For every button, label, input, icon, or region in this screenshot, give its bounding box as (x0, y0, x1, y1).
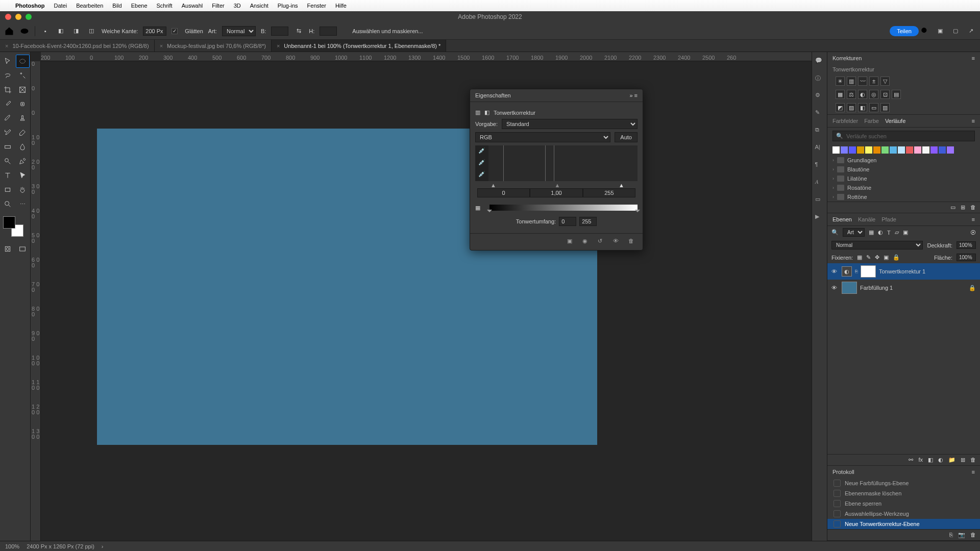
link-icon[interactable]: ⎘ (855, 269, 857, 274)
dodge-tool-icon[interactable] (1, 155, 15, 168)
close-tab-icon[interactable]: × (160, 43, 163, 49)
visibility-icon[interactable]: 👁 (613, 238, 623, 246)
quickmask-icon[interactable] (1, 242, 15, 256)
history-state[interactable]: Neue Tonwertkorrektur-Ebene (827, 519, 980, 529)
lasso-tool-icon[interactable] (1, 69, 15, 82)
gray-handle-icon[interactable]: ▲ (555, 182, 560, 188)
document-tab[interactable]: ×Unbenannt-1 bei 100% (Tonwertkorrektur … (272, 40, 446, 52)
traffic-lights[interactable] (0, 14, 32, 20)
brightness-icon[interactable]: ☀ (836, 77, 845, 86)
brush-tool-icon[interactable] (1, 112, 15, 125)
snapshot-from-state-icon[interactable]: ⎘ (949, 532, 953, 538)
filter-smart-icon[interactable]: ▣ (903, 229, 908, 236)
new-group-icon[interactable]: ⊞ (961, 204, 965, 211)
delete-layer-icon[interactable]: 🗑 (970, 457, 976, 463)
black-handle-icon[interactable]: ▲ (491, 182, 496, 188)
photofilter-adj-icon[interactable]: ◎ (869, 90, 878, 99)
menu-fenster[interactable]: Fenster (307, 3, 326, 9)
new-snapshot-icon[interactable]: 📷 (958, 532, 965, 538)
colorlookup-adj-icon[interactable]: ▤ (892, 90, 901, 99)
adjustment-layer-icon[interactable]: ◐ (938, 457, 943, 463)
visibility-icon[interactable]: 👁 (831, 268, 839, 274)
document-tab[interactable]: ×10-Facebook-Event-2400x1260.psd bei 120… (0, 40, 155, 52)
panel-menu-icon[interactable]: ≡ (972, 469, 975, 475)
gradient-preset[interactable] (849, 146, 856, 154)
subtract-selection-icon[interactable]: ◨ (71, 26, 81, 36)
history-brush-tool-icon[interactable] (1, 126, 15, 139)
gradient-preset[interactable] (873, 146, 880, 154)
marquee-tool-icon[interactable] (16, 55, 30, 68)
export-icon[interactable]: ↗ (966, 26, 976, 36)
current-tool-icon[interactable] (19, 26, 30, 36)
paragraph-icon[interactable]: ¶ (815, 161, 824, 170)
panel-menu-icon[interactable]: » ≡ (629, 92, 638, 98)
channel-select[interactable]: RGB (475, 132, 610, 142)
histogram[interactable]: 💉 💉 💉 (475, 145, 638, 181)
gradient-preset[interactable] (930, 146, 938, 154)
history-state[interactable]: Ebene sperren (827, 498, 980, 509)
more-tools-icon[interactable]: ⋯ (16, 197, 30, 211)
link-layers-icon[interactable]: ⚯ (909, 457, 913, 463)
add-selection-icon[interactable]: ◧ (56, 26, 66, 36)
doc-info-flyout-icon[interactable]: › (102, 543, 104, 549)
adjustments-icon[interactable]: ⚙ (815, 92, 824, 101)
layer-row[interactable]: 👁 Farbfüllung 1 🔒 (827, 280, 980, 296)
ruler-horizontal[interactable]: 2001000100200300400500600700800900100011… (41, 52, 827, 61)
lock-pos-icon[interactable]: ✥ (875, 254, 879, 261)
healing-tool-icon[interactable] (16, 97, 30, 111)
tab-verlaeufe[interactable]: Verläufe (885, 118, 905, 124)
hand-tool-icon[interactable] (16, 183, 30, 196)
filter-type-icon[interactable]: T (887, 230, 891, 236)
layer-name[interactable]: Tonwertkorrektur 1 (879, 268, 925, 274)
filter-type-select[interactable]: Art (843, 228, 865, 237)
glyphs-icon[interactable]: 𝐴 (815, 179, 824, 188)
home-icon[interactable] (4, 26, 14, 36)
ruler-vertical[interactable]: 0001 0 02 0 03 0 04 0 05 0 06 0 07 0 08 … (31, 61, 41, 541)
history-state[interactable]: Neue Farbfüllungs-Ebene (827, 478, 980, 488)
gradient-preset[interactable] (832, 146, 840, 154)
tab-ebenen[interactable]: Ebenen (832, 216, 852, 222)
group-icon[interactable]: 📁 (948, 457, 955, 463)
white-input[interactable] (583, 188, 635, 197)
panel-menu-icon[interactable]: ≡ (972, 216, 975, 222)
fx-icon[interactable]: fx (918, 457, 923, 463)
gradient-preset[interactable] (939, 146, 946, 154)
menu-plugins[interactable]: Plug-ins (278, 3, 298, 9)
panel-menu-icon[interactable]: ≡ (972, 55, 975, 61)
gradient-preset[interactable] (865, 146, 872, 154)
adjustment-thumb-icon[interactable]: ◐ (842, 266, 852, 277)
gradient-preset[interactable] (914, 146, 921, 154)
menu-datei[interactable]: Datei (54, 3, 67, 9)
history-state[interactable]: Auswahlellipse-Werkzeug (827, 509, 980, 519)
mask-icon[interactable]: ◧ (484, 109, 489, 116)
folder-item[interactable]: ›Lilatöne (827, 174, 980, 183)
filter-adjust-icon[interactable]: ◐ (878, 229, 883, 236)
black-input[interactable] (477, 188, 530, 197)
fill-input[interactable] (957, 254, 976, 261)
path-select-tool-icon[interactable] (16, 169, 30, 182)
output-lo-input[interactable] (559, 217, 576, 226)
info-icon[interactable]: ⓘ (815, 74, 824, 84)
zoom-tool-icon[interactable] (1, 197, 15, 211)
lock-paint-icon[interactable]: ✎ (866, 254, 871, 261)
filter-toggle-icon[interactable]: ⦿ (970, 230, 976, 236)
gradient-preset[interactable] (890, 146, 897, 154)
white-handle-icon[interactable]: ▲ (619, 182, 624, 188)
opacity-input[interactable] (957, 241, 976, 249)
search-gradients[interactable]: 🔍 Verläufe suchen (832, 131, 975, 141)
calculate-icon[interactable]: ▦ (475, 205, 486, 211)
vibrance-adj-icon[interactable]: ▽ (880, 77, 890, 86)
menu-schrift[interactable]: Schrift (157, 3, 173, 9)
auto-button[interactable]: Auto (615, 132, 638, 142)
screenmode-icon[interactable]: ▢ (950, 26, 961, 36)
gradient-preset[interactable] (898, 146, 905, 154)
eraser-tool-icon[interactable] (16, 126, 30, 139)
folder-item[interactable]: ›Grundlagen (827, 156, 980, 165)
feather-input[interactable] (143, 27, 166, 36)
minimize-icon[interactable] (15, 14, 21, 20)
menu-bild[interactable]: Bild (112, 3, 121, 9)
doc-info[interactable]: 2400 Px x 1260 Px (72 ppi) (27, 543, 94, 549)
white-picker-icon[interactable]: 💉 (478, 171, 485, 178)
delete-preset-icon[interactable]: 🗑 (970, 204, 976, 211)
menu-3d[interactable]: 3D (234, 3, 241, 9)
